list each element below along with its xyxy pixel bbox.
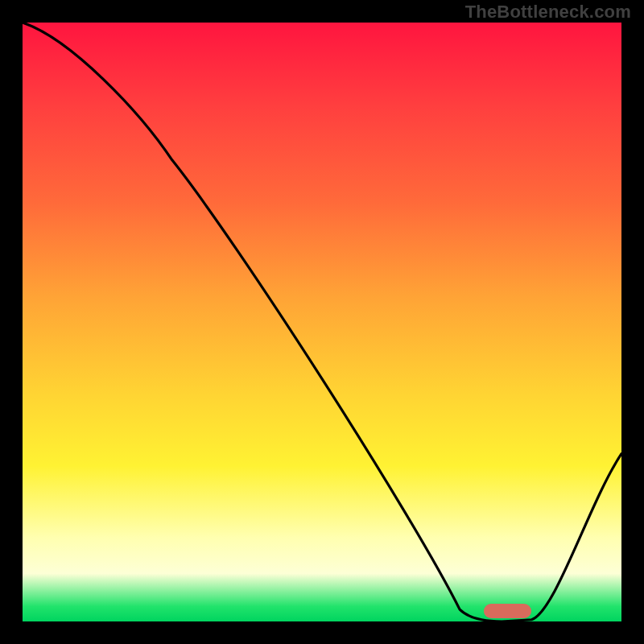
bottleneck-curve: [23, 23, 621, 621]
optimal-range-marker: [484, 604, 532, 618]
plot-area: [23, 23, 621, 621]
watermark-text: TheBottleneck.com: [465, 2, 631, 23]
chart-frame: TheBottleneck.com: [0, 0, 644, 644]
